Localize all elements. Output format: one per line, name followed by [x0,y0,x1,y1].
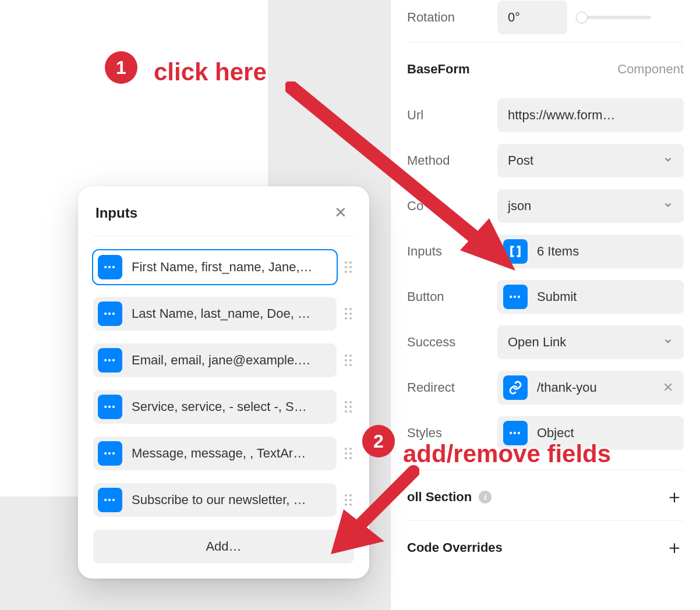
drag-handle-icon[interactable] [345,261,354,273]
annotation-text-1: click here [154,58,267,86]
baseform-sub: Component [617,62,684,77]
content-type-row: Co json [407,183,684,229]
method-row: Method Post [407,138,684,183]
button-row: Button Submit [407,274,684,320]
input-item-last-name[interactable]: Last Name, last_name, Doe, … [93,297,337,331]
object-icon [98,348,122,373]
inputs-popup: Inputs ✕ First Name, first_name, Jane,… … [78,186,369,579]
input-item-label: First Name, first_name, Jane,… [132,260,332,275]
link-icon [503,375,528,400]
input-item-row: Subscribe to our newsletter, … [93,483,354,517]
drag-handle-icon[interactable] [345,308,354,320]
code-overrides-header[interactable]: Code Overrides ＋ [407,531,684,564]
inputs-label: Inputs [407,244,497,259]
input-item-row: Last Name, last_name, Doe, … [93,297,354,331]
annotation-badge-2: 2 [362,425,395,458]
object-icon [98,441,122,466]
success-value: Open Link [508,335,566,350]
annotation-badge-1: 1 [105,51,137,84]
content-type-value: json [508,198,531,214]
inputs-value: 6 Items [537,244,579,259]
object-icon [98,255,122,279]
drag-handle-icon[interactable] [345,448,354,459]
baseform-title: BaseForm [407,62,470,77]
input-item-email[interactable]: Email, email, jane@example.… [93,343,337,377]
method-value: Post [508,153,533,168]
annotation-badge-1-text: 1 [116,57,126,79]
redirect-input[interactable]: /thank-you ✕ [497,371,684,405]
rotation-row: Rotation 0° [407,0,684,35]
redirect-row: Redirect /thank-you ✕ [407,365,684,410]
content-type-label: Co [407,198,497,214]
input-item-subscribe[interactable]: Subscribe to our newsletter, … [93,483,337,517]
input-item-label: Email, email, jane@example.… [132,353,332,368]
inputs-row: Inputs 6 Items [407,229,684,274]
popup-close-button[interactable]: ✕ [330,201,352,224]
input-item-label: Last Name, last_name, Doe, … [132,306,332,321]
chevron-down-icon [663,335,673,350]
url-value: https://www.form… [508,108,616,123]
content-type-select[interactable]: json [497,189,684,223]
popup-title: Inputs [96,205,137,221]
inputs-button[interactable]: 6 Items [497,235,684,268]
styles-label: Styles [407,425,497,441]
add-code-override-icon[interactable]: ＋ [665,535,684,561]
object-icon [98,395,122,419]
input-item-label: Service, service, - select -, S… [132,399,332,414]
input-item-service[interactable]: Service, service, - select -, S… [93,390,337,424]
baseform-section-header: BaseForm Component [407,53,684,86]
annotation-text-2: add/remove fields [403,440,611,468]
drag-handle-icon[interactable] [345,494,354,506]
rotation-slider-thumb[interactable] [576,12,588,23]
properties-panel: Rotation 0° BaseForm Component Url https… [390,0,700,610]
redirect-value: /thank-you [537,380,597,395]
input-item-message[interactable]: Message, message, , TextAr… [93,437,337,470]
array-icon [503,239,528,264]
url-row: Url https://www.form… [407,93,684,138]
rotation-value: 0° [508,10,520,25]
object-icon [98,488,122,512]
object-icon [98,302,122,326]
input-item-row: Message, message, , TextAr… [93,437,354,470]
drag-handle-icon[interactable] [345,401,354,413]
success-label: Success [407,335,497,350]
drag-handle-icon[interactable] [345,354,354,366]
add-scroll-section-icon[interactable]: ＋ [665,484,684,510]
styles-value: Object [537,425,574,441]
button-value: Submit [537,289,577,304]
input-item-row: First Name, first_name, Jane,… [93,250,354,284]
code-overrides-title: Code Overrides [407,540,503,555]
rotation-slider[interactable] [581,16,651,19]
success-row: Success Open Link [407,320,684,365]
add-input-button[interactable]: Add… [93,530,354,563]
button-object-button[interactable]: Submit [497,280,684,314]
url-input[interactable]: https://www.form… [497,98,684,132]
method-label: Method [407,153,497,168]
input-item-row: Service, service, - select -, S… [93,390,354,424]
scroll-section-header[interactable]: oll Section i ＋ [407,481,684,513]
object-icon [503,285,528,309]
input-item-row: Email, email, jane@example.… [93,343,354,377]
success-select[interactable]: Open Link [497,325,684,359]
chevron-down-icon [663,153,673,168]
annotation-badge-2-text: 2 [373,431,384,452]
url-label: Url [407,108,497,123]
input-item-label: Message, message, , TextAr… [132,446,332,461]
input-item-first-name[interactable]: First Name, first_name, Jane,… [93,250,337,284]
button-label: Button [407,289,497,304]
chevron-down-icon [663,198,673,214]
scroll-section-title: oll Section [407,490,472,505]
redirect-label: Redirect [407,380,497,395]
info-icon[interactable]: i [479,491,492,503]
rotation-label: Rotation [407,10,497,25]
input-item-label: Subscribe to our newsletter, … [132,492,332,508]
rotation-value-input[interactable]: 0° [497,1,567,34]
method-select[interactable]: Post [497,144,684,178]
popup-header: Inputs ✕ [93,201,354,236]
clear-redirect-icon[interactable]: ✕ [663,380,673,395]
